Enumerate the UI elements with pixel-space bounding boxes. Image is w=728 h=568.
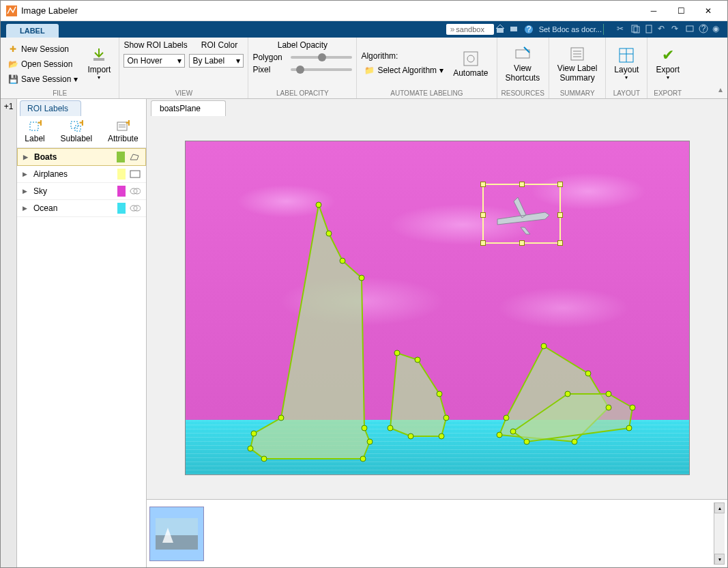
automate-button[interactable]: Automate bbox=[449, 49, 492, 79]
color-swatch bbox=[117, 186, 126, 197]
toolstrip-tabs: LABEL » sandbox ? Set Bdoc as docr... ✂ … bbox=[1, 21, 727, 38]
label-name: Ocean bbox=[33, 203, 113, 213]
label-list: ▶Boats▶Airplanes▶Sky▶Ocean bbox=[17, 148, 146, 567]
prefs-icon[interactable] bbox=[685, 24, 696, 35]
roi-labels-tab[interactable]: ROI Labels bbox=[20, 100, 81, 116]
svg-rect-11 bbox=[93, 58, 104, 61]
summary-label: View Label Summary bbox=[557, 63, 598, 83]
svg-point-53 bbox=[388, 425, 393, 431]
svg-point-45 bbox=[261, 456, 267, 462]
divider-icon bbox=[603, 24, 614, 35]
roi-color-dropdown[interactable]: By Label▾ bbox=[189, 54, 244, 68]
svg-point-58 bbox=[415, 357, 420, 363]
label-row-ocean[interactable]: ▶Ocean bbox=[17, 200, 146, 217]
cut-icon[interactable]: ✂ bbox=[617, 24, 628, 35]
svg-point-56 bbox=[443, 415, 449, 421]
svg-point-43 bbox=[251, 431, 257, 436]
undo-icon[interactable]: ↶ bbox=[658, 24, 669, 35]
svg-text:?: ? bbox=[701, 24, 706, 33]
color-swatch bbox=[117, 169, 126, 180]
shortcuts-icon bbox=[514, 46, 531, 62]
new-session-button[interactable]: ✚New Session bbox=[5, 42, 81, 56]
view-shortcuts-button[interactable]: View Shortcuts bbox=[501, 44, 544, 85]
show-roi-dropdown[interactable]: On Hover▾ bbox=[123, 54, 185, 68]
boat-polygons[interactable] bbox=[186, 141, 690, 475]
open-session-label: Open Session bbox=[21, 59, 72, 69]
svg-point-63 bbox=[606, 405, 611, 410]
bdoc-text[interactable]: Set Bdoc as docr... bbox=[539, 25, 602, 33]
window-title: Image Labeler bbox=[21, 5, 640, 16]
print-icon[interactable] bbox=[509, 24, 520, 35]
thumbnail-boatsplane[interactable] bbox=[149, 507, 204, 561]
svg-point-65 bbox=[565, 391, 570, 397]
label-btn-text: Label bbox=[25, 134, 44, 143]
svg-text:?: ? bbox=[526, 25, 531, 34]
new-sublabel-button[interactable]: ✚Sublabel bbox=[60, 120, 92, 143]
label-tab[interactable]: LABEL bbox=[6, 24, 59, 38]
export-button[interactable]: ✔Export▾ bbox=[652, 46, 684, 83]
side-tabs[interactable]: +1 bbox=[1, 99, 17, 567]
label-row-sky[interactable]: ▶Sky bbox=[17, 183, 146, 200]
svg-point-69 bbox=[630, 405, 635, 410]
shape-icon bbox=[130, 187, 141, 195]
plus1-tab[interactable]: +1 bbox=[4, 102, 14, 111]
minimize-button[interactable]: ─ bbox=[640, 1, 667, 20]
expand-icon[interactable]: ▶ bbox=[23, 188, 29, 195]
scroll-up-icon[interactable]: ▴ bbox=[714, 502, 725, 513]
redo-icon[interactable]: ↷ bbox=[671, 24, 682, 35]
airplane-icon bbox=[491, 197, 555, 235]
filmstrip-scrollbar[interactable]: ▴ ▾ bbox=[714, 502, 725, 565]
svg-point-50 bbox=[340, 258, 345, 264]
expand-icon[interactable]: ▶ bbox=[23, 171, 29, 178]
new-label-button[interactable]: ✚Label bbox=[25, 120, 44, 143]
label-row-airplanes[interactable]: ▶Airplanes bbox=[17, 166, 146, 183]
save-session-button[interactable]: 💾Save Session▾ bbox=[5, 72, 81, 86]
svg-point-47 bbox=[367, 439, 373, 444]
home-icon[interactable] bbox=[495, 24, 506, 35]
image-view[interactable] bbox=[185, 141, 690, 475]
expand-icon[interactable]: ▶ bbox=[23, 154, 30, 160]
layout-label: Layout bbox=[614, 65, 639, 74]
ribbon-group-file: ✚New Session 📂Open Session 💾Save Session… bbox=[1, 38, 119, 98]
svg-point-51 bbox=[326, 231, 332, 236]
svg-text:✚: ✚ bbox=[126, 120, 130, 128]
chevron-down-icon: ▾ bbox=[74, 74, 78, 84]
open-session-button[interactable]: 📂Open Session bbox=[5, 57, 81, 71]
help2-icon[interactable]: ? bbox=[699, 24, 710, 35]
automate-icon bbox=[463, 51, 479, 67]
copy-icon[interactable] bbox=[630, 24, 641, 35]
canvas-tab[interactable]: boatsPlane bbox=[151, 100, 226, 116]
close-button[interactable]: ✕ bbox=[695, 1, 722, 20]
canvas-main[interactable] bbox=[147, 116, 727, 499]
polygon-opacity-slider[interactable] bbox=[291, 56, 352, 59]
show-roi-label: Show ROI Labels bbox=[123, 40, 187, 50]
file-group-label: FILE bbox=[5, 88, 115, 97]
airplane-rect-roi[interactable] bbox=[482, 184, 561, 244]
svg-text:✚: ✚ bbox=[38, 120, 42, 128]
import-button[interactable]: Import ▾ bbox=[83, 46, 115, 83]
label-row-boats[interactable]: ▶Boats bbox=[17, 148, 146, 166]
check-icon: ✔ bbox=[660, 47, 676, 63]
scroll-down-icon[interactable]: ▾ bbox=[714, 554, 725, 565]
expand-icon[interactable]: ▶ bbox=[23, 205, 29, 212]
layout-button[interactable]: Layout▾ bbox=[610, 46, 643, 83]
sublabel-btn-text: Sublabel bbox=[60, 134, 92, 143]
svg-point-13 bbox=[467, 55, 474, 62]
shape-icon bbox=[130, 170, 141, 178]
svg-point-54 bbox=[408, 434, 413, 439]
view-summary-button[interactable]: View Label Summary bbox=[553, 44, 602, 85]
more-icon[interactable]: ◉ bbox=[712, 24, 723, 35]
plus-icon: ✚ bbox=[8, 44, 18, 55]
paste-icon[interactable] bbox=[644, 24, 655, 35]
chevron-down-icon: ▾ bbox=[625, 74, 628, 81]
svg-point-62 bbox=[572, 439, 577, 444]
svg-point-68 bbox=[626, 425, 632, 431]
sandbox-search[interactable]: » sandbox bbox=[446, 24, 494, 35]
maximize-button[interactable]: ☐ bbox=[667, 1, 695, 20]
select-algorithm-dropdown[interactable]: 📁Select Algorithm▾ bbox=[361, 63, 446, 77]
help-icon[interactable]: ? bbox=[524, 25, 534, 34]
pixel-opacity-slider[interactable] bbox=[291, 68, 352, 71]
collapse-ribbon-button[interactable]: ▴ bbox=[714, 38, 727, 98]
svg-rect-1 bbox=[497, 28, 504, 33]
new-attribute-button[interactable]: ✚Attribute bbox=[108, 120, 139, 143]
